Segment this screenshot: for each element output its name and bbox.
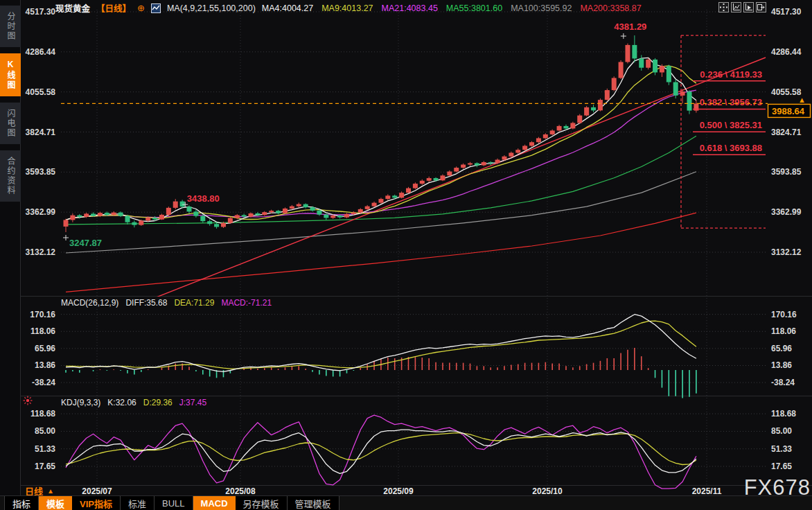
- sidebar-item-3[interactable]: 闪电图: [0, 103, 21, 144]
- kdj-pane: [66, 415, 696, 489]
- svg-text:17.65: 17.65: [35, 461, 55, 471]
- svg-text:51.33: 51.33: [771, 444, 792, 454]
- svg-text:-38.24: -38.24: [771, 378, 795, 387]
- svg-text:0.236 \ 4119.33: 0.236 \ 4119.33: [700, 69, 762, 80]
- toolbar-tab-6[interactable]: MACD: [193, 496, 236, 510]
- svg-text:17.65: 17.65: [771, 461, 792, 471]
- svg-text:3132.12: 3132.12: [26, 247, 56, 257]
- sidebar-item-2[interactable]: K线图: [0, 53, 21, 96]
- svg-text:4517.30: 4517.30: [771, 7, 802, 17]
- svg-text:▲: ▲: [798, 96, 806, 104]
- svg-text:2025/11: 2025/11: [692, 486, 722, 496]
- indicator-title-part: DIFF:35.68: [125, 298, 167, 308]
- svg-text:-38.24: -38.24: [32, 378, 55, 387]
- svg-text:4055.58: 4055.58: [26, 87, 56, 97]
- period-tag[interactable]: 【日线】: [96, 1, 131, 15]
- svg-text:2025/09: 2025/09: [383, 486, 414, 496]
- svg-text:3824.71: 3824.71: [771, 128, 802, 137]
- chart-toolbar: [718, 2, 766, 12]
- svg-text:0.618 \ 3693.88: 0.618 \ 3693.88: [700, 143, 762, 153]
- svg-text:13.86: 13.86: [35, 360, 55, 370]
- svg-text:4286.44: 4286.44: [771, 47, 802, 57]
- svg-text:65.96: 65.96: [771, 344, 792, 353]
- svg-text:3593.85: 3593.85: [26, 167, 56, 177]
- macd-pane: [66, 315, 696, 398]
- trading-app: 4517.304517.304286.444286.444055.584055.…: [0, 0, 812, 510]
- toolbar-tab-8[interactable]: 管理模板: [288, 496, 339, 510]
- symbol-name: 现货黄金: [55, 1, 90, 15]
- export-icon[interactable]: [756, 2, 766, 12]
- ma-value: MA55:3801.60: [446, 3, 502, 13]
- svg-text:3988.64: 3988.64: [772, 106, 805, 116]
- sidebar-item-4[interactable]: 合约资料: [0, 150, 21, 202]
- live-indicator-icon: [23, 396, 33, 408]
- svg-text:118.68: 118.68: [30, 409, 55, 419]
- toolbar-tab-2[interactable]: 模板: [39, 496, 72, 510]
- ma-value: MA100:3595.92: [511, 3, 572, 13]
- macd-title: MACD(26,12,9)DIFF:35.68DEA:71.29MACD:-71…: [61, 298, 272, 308]
- chart-type-icon[interactable]: [151, 3, 161, 13]
- bottom-toolbar: 指标模板VIP指标标准BULLMACD另存模板管理模板: [0, 495, 812, 510]
- crosshair-icon[interactable]: [718, 2, 729, 12]
- ma-settings: MA(4,9,21,55,100,200): [167, 3, 256, 13]
- kdj-title: KDJ(9,3,3)K:32.06D:29.36J:37.45: [61, 398, 206, 407]
- triangle-up-icon: ▲: [47, 487, 54, 495]
- scale-horizontal-icon[interactable]: [743, 2, 754, 12]
- svg-text:0.500 \ 3825.31: 0.500 \ 3825.31: [700, 120, 762, 130]
- indicator-title-part: MACD:-71.21: [221, 298, 272, 308]
- svg-text:65.96: 65.96: [35, 344, 55, 353]
- indicator-title-part: D:29.36: [143, 398, 173, 407]
- toolbar-tab-1[interactable]: 指标: [4, 496, 39, 510]
- svg-text:3132.12: 3132.12: [771, 247, 802, 257]
- svg-text:3247.87: 3247.87: [69, 238, 102, 248]
- main-pane: [66, 58, 766, 298]
- svg-text:2025/08: 2025/08: [225, 486, 256, 496]
- svg-text:118.68: 118.68: [771, 409, 796, 419]
- indicator-title-part: MACD(26,12,9): [61, 298, 118, 308]
- svg-text:13.86: 13.86: [771, 360, 792, 370]
- svg-text:3438.80: 3438.80: [187, 193, 220, 204]
- sidebar: 分时图K线图闪电图合约资料: [0, 0, 21, 510]
- scale-vertical-icon[interactable]: [731, 2, 741, 12]
- chart-header: 现货黄金 【日线】 ⊕ MA(4,9,21,55,100,200) MA4:40…: [55, 1, 642, 15]
- svg-text:4517.30: 4517.30: [26, 7, 56, 17]
- ma-value: MA200:3358.87: [580, 3, 641, 13]
- svg-text:0.382 \ 3956.73: 0.382 \ 3956.73: [700, 97, 762, 107]
- svg-text:3362.99: 3362.99: [771, 207, 802, 217]
- expand-icon[interactable]: ⊕: [137, 3, 145, 13]
- svg-text:85.00: 85.00: [35, 426, 55, 436]
- indicator-title-part: KDJ(9,3,3): [61, 398, 100, 407]
- svg-text:4286.44: 4286.44: [26, 47, 56, 57]
- indicator-title-part: J:37.45: [179, 398, 206, 407]
- toolbar-tab-5[interactable]: BULL: [155, 496, 193, 510]
- svg-text:3593.85: 3593.85: [771, 167, 802, 177]
- svg-text:4055.58: 4055.58: [771, 87, 802, 97]
- ma-value: MA9:4013.27: [321, 3, 373, 13]
- ma-value: MA4:4004.27: [262, 3, 313, 13]
- svg-text:85.00: 85.00: [771, 426, 792, 436]
- svg-text:2025/10: 2025/10: [532, 486, 563, 496]
- toolbar-tab-7[interactable]: 另存模板: [236, 496, 288, 510]
- gridlines: [61, 10, 768, 485]
- svg-text:170.16: 170.16: [771, 310, 797, 319]
- svg-text:4381.29: 4381.29: [614, 21, 646, 32]
- svg-text:2025/07: 2025/07: [82, 486, 112, 496]
- toolbar-tab-3[interactable]: VIP指标: [72, 496, 121, 510]
- svg-text:118.06: 118.06: [771, 326, 796, 336]
- svg-text:3362.99: 3362.99: [26, 207, 56, 217]
- pane-dividers: [21, 297, 812, 486]
- axis-labels: 4517.304517.304286.444286.444055.584055.…: [26, 7, 802, 496]
- svg-text:51.33: 51.33: [35, 444, 55, 454]
- indicator-title-part: K:32.06: [107, 398, 136, 407]
- ma-value: MA21:4083.45: [382, 3, 438, 13]
- fib-overlay: 0.236 \ 4119.330.382 \ 3956.730.500 \ 38…: [681, 35, 766, 228]
- toolbar-tab-4[interactable]: 标准: [121, 496, 155, 510]
- svg-text:118.06: 118.06: [30, 326, 55, 336]
- sidebar-item-1[interactable]: 分时图: [0, 6, 21, 47]
- indicator-title-part: DEA:71.29: [174, 298, 214, 308]
- chart-canvas[interactable]: 4517.304517.304286.444286.444055.584055.…: [0, 0, 812, 510]
- ma-values: MA4:4004.27MA9:4013.27MA21:4083.45MA55:3…: [262, 3, 642, 13]
- svg-text:3824.71: 3824.71: [26, 128, 56, 137]
- svg-text:170.16: 170.16: [30, 310, 55, 319]
